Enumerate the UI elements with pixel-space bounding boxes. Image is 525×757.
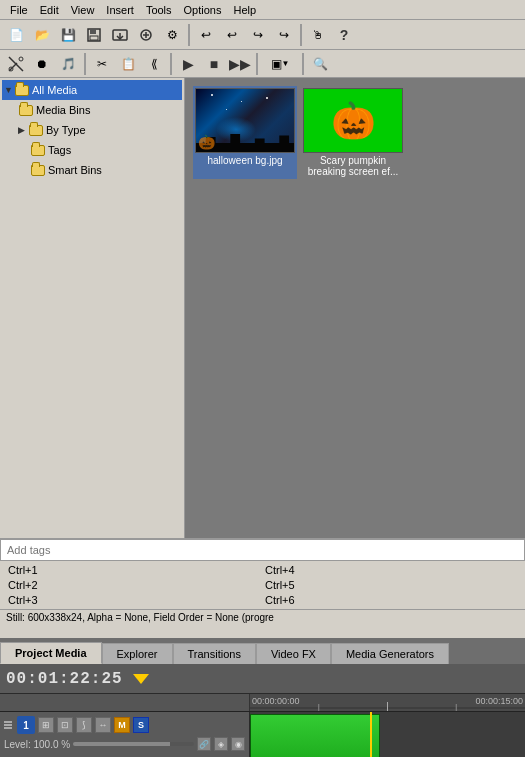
track1-slider-row: Level: 100.0 % 🔗 ◈ ◉	[4, 737, 245, 751]
tab-transitions[interactable]: Transitions	[173, 643, 256, 664]
media-label-halloween-bg: halloween bg.jpg	[207, 155, 282, 166]
info-area: Ctrl+1 Ctrl+4 Ctrl+2 Ctrl+5 Ctrl+3 Ctrl+…	[0, 538, 525, 638]
tags-input[interactable]	[0, 539, 525, 561]
track1-event-pan[interactable]: ⊞	[38, 717, 54, 733]
trim2-button[interactable]: ⟪	[142, 52, 166, 76]
tab-media-generators[interactable]: Media Generators	[331, 643, 449, 664]
media-tree: ▼ All Media Media Bins ▶ By Type	[0, 78, 185, 538]
loop-button[interactable]: ▶▶	[228, 52, 252, 76]
track1-mute[interactable]: M	[114, 717, 130, 733]
tree-item-smart-bins[interactable]: Smart Bins	[2, 160, 182, 180]
redo-button[interactable]: ↪	[246, 23, 270, 47]
sep1	[188, 24, 190, 46]
render-dropdown[interactable]: ▣▼	[262, 52, 298, 76]
svg-rect-1	[90, 29, 96, 34]
tab-video-fx[interactable]: Video FX	[256, 643, 331, 664]
tracks-container: 1 ⊞ ⊡ ⟆ ↔ M S Level: 100.0 % 🔗 ◈ ◉	[0, 712, 525, 757]
track1-fx[interactable]: ⟆	[76, 717, 92, 733]
tab-explorer[interactable]: Explorer	[102, 643, 173, 664]
sep5	[256, 53, 258, 75]
redo2-button[interactable]: ↪	[272, 23, 296, 47]
ruler-ticks[interactable]: 00:00:00:00 00:00:15:00	[250, 694, 525, 711]
shortcut-ctrl2[interactable]: Ctrl+2	[6, 578, 262, 592]
tabs-bar: Project Media Explorer Transitions Video…	[0, 638, 525, 664]
track1-solo[interactable]: S	[133, 717, 149, 733]
menu-file[interactable]: File	[4, 2, 34, 18]
folder-tags-icon	[30, 142, 46, 158]
tree-label-all-media: All Media	[32, 84, 77, 96]
tree-label-tags: Tags	[48, 144, 71, 156]
ruler-ticks-svg	[250, 694, 525, 711]
shortcut-ctrl4[interactable]: Ctrl+4	[263, 563, 519, 577]
saveas-button[interactable]	[82, 23, 106, 47]
track1-crop[interactable]: ⊡	[57, 717, 73, 733]
trim-button[interactable]	[4, 52, 28, 76]
settings-button[interactable]: ⚙	[160, 23, 184, 47]
tree-item-media-bins[interactable]: Media Bins	[2, 100, 182, 120]
playhead-triangle	[133, 674, 149, 684]
track1-expand[interactable]	[4, 721, 14, 729]
menu-options[interactable]: Options	[178, 2, 228, 18]
shortcut-grid: Ctrl+1 Ctrl+4 Ctrl+2 Ctrl+5 Ctrl+3 Ctrl+…	[0, 561, 525, 609]
menu-insert[interactable]: Insert	[100, 2, 140, 18]
shortcut-ctrl6[interactable]: Ctrl+6	[263, 593, 519, 607]
track1-fx2[interactable]: ◈	[214, 737, 228, 751]
main-content: ▼ All Media Media Bins ▶ By Type	[0, 78, 525, 538]
media-browser: halloween bg.jpg 🎃 Scary pumpkinbreaking…	[185, 78, 525, 538]
tab-project-media[interactable]: Project Media	[0, 642, 102, 664]
menu-edit[interactable]: Edit	[34, 2, 65, 18]
paste-button[interactable]: 📋	[116, 52, 140, 76]
track1-color[interactable]: ◉	[231, 737, 245, 751]
help-button[interactable]: ?	[332, 23, 356, 47]
play-button[interactable]: ▶	[176, 52, 200, 76]
undo-button[interactable]: ↩	[194, 23, 218, 47]
track1-clip[interactable]: ⊹	[250, 714, 380, 757]
shortcut-ctrl3[interactable]: Ctrl+3	[6, 593, 262, 607]
import-button[interactable]	[108, 23, 132, 47]
media-item-halloween-bg[interactable]: halloween bg.jpg	[193, 86, 297, 179]
svg-rect-2	[90, 36, 98, 40]
folder-all-media-icon	[14, 82, 30, 98]
shortcut-ctrl1[interactable]: Ctrl+1	[6, 563, 262, 577]
tree-item-tags[interactable]: Tags	[2, 140, 182, 160]
sep6	[302, 53, 304, 75]
menu-bar: File Edit View Insert Tools Options Help	[0, 0, 525, 20]
track1-chain[interactable]: 🔗	[197, 737, 211, 751]
sep4	[170, 53, 172, 75]
tree-label-by-type: By Type	[46, 124, 86, 136]
properties-button[interactable]	[134, 23, 158, 47]
tree-label-media-bins: Media Bins	[36, 104, 90, 116]
tree-item-by-type[interactable]: ▶ By Type	[2, 120, 182, 140]
search-button[interactable]: 🔍	[308, 52, 332, 76]
sep3	[84, 53, 86, 75]
media-grid: halloween bg.jpg 🎃 Scary pumpkinbreaking…	[189, 82, 521, 183]
metronome-button[interactable]: 🎵	[56, 52, 80, 76]
media-label-scary-pumpkin: Scary pumpkinbreaking screen ef...	[308, 155, 399, 177]
media-item-scary-pumpkin[interactable]: 🎃 Scary pumpkinbreaking screen ef...	[301, 86, 405, 179]
expand-by-type[interactable]: ▶	[18, 125, 28, 135]
expand-all-media[interactable]: ▼	[4, 85, 14, 95]
open-button[interactable]: 📂	[30, 23, 54, 47]
record-button[interactable]: ⏺	[30, 52, 54, 76]
folder-smart-bins-icon	[30, 162, 46, 178]
track1-level-label: Level: 100.0 %	[4, 739, 70, 750]
folder-by-type-icon	[28, 122, 44, 138]
track1-badge: 1	[17, 716, 35, 734]
save-button[interactable]: 💾	[56, 23, 80, 47]
menu-help[interactable]: Help	[227, 2, 262, 18]
track1-content[interactable]: ⊹	[250, 712, 525, 757]
cut-button[interactable]: ✂	[90, 52, 114, 76]
tree-item-all-media[interactable]: ▼ All Media	[2, 80, 182, 100]
sep2	[300, 24, 302, 46]
timeline: 00:01:22:25 00:00:00:00 00:00:15:00	[0, 664, 525, 757]
track1-motion[interactable]: ↔	[95, 717, 111, 733]
new-button[interactable]: 📄	[4, 23, 28, 47]
mouse-button[interactable]: 🖱	[306, 23, 330, 47]
timecode-display: 00:01:22:25	[6, 670, 123, 688]
shortcut-ctrl5[interactable]: Ctrl+5	[263, 578, 519, 592]
menu-tools[interactable]: Tools	[140, 2, 178, 18]
undo2-button[interactable]: ↩	[220, 23, 244, 47]
track1-level-slider[interactable]	[73, 742, 194, 746]
stop-button[interactable]: ■	[202, 52, 226, 76]
menu-view[interactable]: View	[65, 2, 101, 18]
